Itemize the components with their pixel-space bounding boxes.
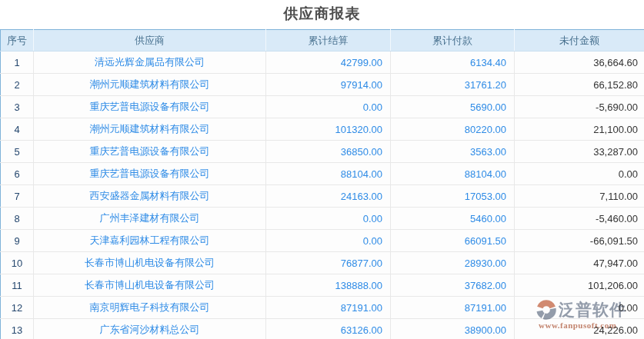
unpaid-value-cell: 21,100.00: [515, 118, 644, 141]
row-index-cell: 1: [1, 52, 34, 74]
unpaid-value-cell: 36,664.60: [515, 52, 644, 74]
supplier-link[interactable]: 广州丰泽建材有限公司: [34, 208, 266, 230]
unpaid-value-cell: 66,152.80: [515, 74, 644, 96]
row-index-cell: 7: [1, 185, 34, 208]
table-row: 8 广州丰泽建材有限公司 0.00 5460.00 -5,460.00: [1, 208, 644, 230]
settlement-value-cell[interactable]: 63126.00: [266, 319, 391, 339]
supplier-link[interactable]: 重庆艺普电源设备有限公司: [34, 141, 266, 163]
table-row: 11 长春市博山机电设备有限公司 138888.00 37682.00 101,…: [1, 274, 644, 297]
payment-value-cell[interactable]: 66091.50: [391, 230, 515, 252]
unpaid-value-cell: -5,460.00: [515, 208, 644, 230]
supplier-link[interactable]: 广东省河沙材料总公司: [34, 319, 266, 339]
supplier-link[interactable]: 长春市博山机电设备有限公司: [34, 274, 266, 297]
row-index-cell: 5: [1, 141, 34, 163]
row-index-cell: 9: [1, 230, 34, 252]
payment-value-cell[interactable]: 80220.00: [391, 118, 515, 141]
payment-value-cell[interactable]: 3563.00: [391, 141, 515, 163]
page-title: 供应商报表: [0, 0, 644, 29]
row-index-cell: 3: [1, 96, 34, 118]
settlement-value-cell[interactable]: 138888.00: [266, 274, 391, 297]
settlement-value-cell[interactable]: 76877.00: [266, 252, 391, 274]
payment-value-cell[interactable]: 88104.00: [391, 163, 515, 185]
row-index-cell: 6: [1, 163, 34, 185]
unpaid-value-cell: 101,206.00: [515, 274, 644, 297]
col-header-supplier: 供应商: [34, 30, 266, 52]
payment-value-cell[interactable]: 17053.00: [391, 185, 515, 208]
settlement-value-cell[interactable]: 0.00: [266, 96, 391, 118]
payment-value-cell[interactable]: 31761.20: [391, 74, 515, 96]
table-row: 3 重庆艺普电源设备有限公司 0.00 5690.00 -5,690.00: [1, 96, 644, 118]
supplier-report-page: { "title": "供应商报表", "table": { "headers"…: [0, 0, 644, 339]
settlement-value-cell[interactable]: 0.00: [266, 230, 391, 252]
row-index-cell: 8: [1, 208, 34, 230]
settlement-value-cell[interactable]: 101320.00: [266, 118, 391, 141]
settlement-value-cell[interactable]: 24163.00: [266, 185, 391, 208]
col-header-payment: 累计付款: [391, 30, 515, 52]
payment-value-cell[interactable]: 5690.00: [391, 96, 515, 118]
row-index-cell: 11: [1, 274, 34, 297]
payment-value-cell[interactable]: 5460.00: [391, 208, 515, 230]
row-index-cell: 2: [1, 74, 34, 96]
table-row: 2 潮州元顺建筑材料有限公司 97914.00 31761.20 66,152.…: [1, 74, 644, 96]
unpaid-value-cell: 0.00: [515, 163, 644, 185]
unpaid-value-cell: 24,226.00: [515, 319, 644, 339]
unpaid-value-cell: 33,287.00: [515, 141, 644, 163]
row-index-cell: 10: [1, 252, 34, 274]
payment-value-cell[interactable]: 38900.00: [391, 319, 515, 339]
payment-value-cell[interactable]: 6134.40: [391, 52, 515, 74]
unpaid-value-cell: 47,947.00: [515, 252, 644, 274]
table-header-row: 序号 供应商 累计结算 累计付款 未付金额: [1, 30, 644, 52]
table-row: 1 清远光辉金属品有限公司 42799.00 6134.40 36,664.60: [1, 52, 644, 74]
supplier-link[interactable]: 南京明辉电子科技有限公司: [34, 297, 266, 319]
settlement-value-cell[interactable]: 87191.00: [266, 297, 391, 319]
unpaid-value-cell: 7,110.00: [515, 185, 644, 208]
settlement-value-cell[interactable]: 0.00: [266, 208, 391, 230]
table-header: 序号 供应商 累计结算 累计付款 未付金额: [1, 30, 644, 52]
settlement-value-cell[interactable]: 42799.00: [266, 52, 391, 74]
table-row: 10 长春市博山机电设备有限公司 76877.00 28930.00 47,94…: [1, 252, 644, 274]
settlement-value-cell[interactable]: 36850.00: [266, 141, 391, 163]
row-index-cell: 4: [1, 118, 34, 141]
supplier-link[interactable]: 重庆艺普电源设备有限公司: [34, 163, 266, 185]
supplier-link[interactable]: 重庆艺普电源设备有限公司: [34, 96, 266, 118]
unpaid-value-cell: -66,091.50: [515, 230, 644, 252]
col-header-settlement: 累计结算: [266, 30, 391, 52]
table-row: 4 潮州元顺建筑材料有限公司 101320.00 80220.00 21,100…: [1, 118, 644, 141]
table-row: 6 重庆艺普电源设备有限公司 88104.00 88104.00 0.00: [1, 163, 644, 185]
col-header-index: 序号: [1, 30, 34, 52]
unpaid-value-cell: -5,690.00: [515, 96, 644, 118]
settlement-value-cell[interactable]: 88104.00: [266, 163, 391, 185]
payment-value-cell[interactable]: 28930.00: [391, 252, 515, 274]
unpaid-value-cell: 0.00: [515, 297, 644, 319]
row-index-cell: 13: [1, 319, 34, 339]
table-row: 13 广东省河沙材料总公司 63126.00 38900.00 24,226.0…: [1, 319, 644, 339]
table-row: 5 重庆艺普电源设备有限公司 36850.00 3563.00 33,287.0…: [1, 141, 644, 163]
supplier-link[interactable]: 天津嘉利园林工程有限公司: [34, 230, 266, 252]
payment-value-cell[interactable]: 37682.00: [391, 274, 515, 297]
table-row: 9 天津嘉利园林工程有限公司 0.00 66091.50 -66,091.50: [1, 230, 644, 252]
supplier-link[interactable]: 清远光辉金属品有限公司: [34, 52, 266, 74]
row-index-cell: 12: [1, 297, 34, 319]
table-row: 7 西安盛器金属材料有限公司 24163.00 17053.00 7,110.0…: [1, 185, 644, 208]
supplier-report-table: 序号 供应商 累计结算 累计付款 未付金额 1 清远光辉金属品有限公司 4279…: [0, 29, 644, 339]
table-row: 12 南京明辉电子科技有限公司 87191.00 87191.00 0.00: [1, 297, 644, 319]
supplier-link[interactable]: 潮州元顺建筑材料有限公司: [34, 74, 266, 96]
supplier-link[interactable]: 潮州元顺建筑材料有限公司: [34, 118, 266, 141]
supplier-link[interactable]: 长春市博山机电设备有限公司: [34, 252, 266, 274]
payment-value-cell[interactable]: 87191.00: [391, 297, 515, 319]
supplier-link[interactable]: 西安盛器金属材料有限公司: [34, 185, 266, 208]
settlement-value-cell[interactable]: 97914.00: [266, 74, 391, 96]
col-header-unpaid: 未付金额: [515, 30, 644, 52]
table-body: 1 清远光辉金属品有限公司 42799.00 6134.40 36,664.60…: [1, 52, 644, 339]
